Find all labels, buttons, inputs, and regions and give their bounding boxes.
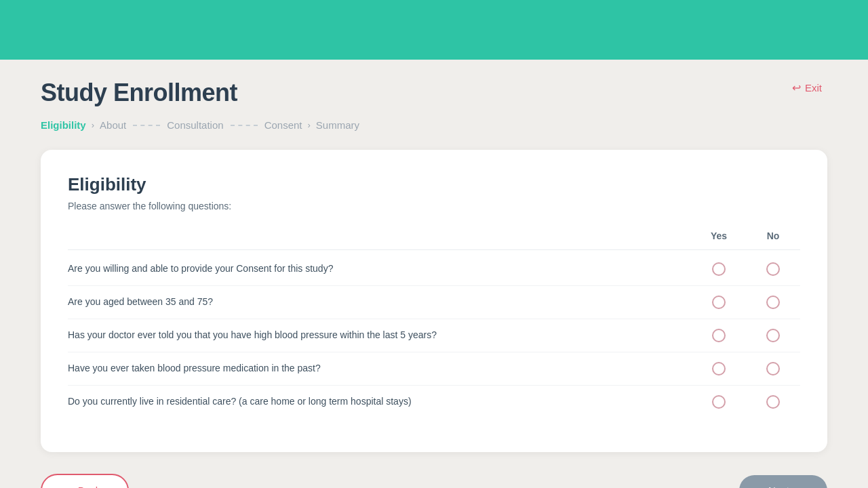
question-row: Have you ever taken blood pressure medic…: [68, 352, 800, 386]
breadcrumb-chevron-2: ›: [308, 120, 311, 130]
breadcrumb-divider-1: [133, 125, 160, 126]
radio-group-q2: [692, 296, 800, 309]
radio-cell-no: [746, 362, 800, 375]
next-button[interactable]: Next >: [739, 475, 827, 488]
radio-no-q3[interactable]: [766, 329, 780, 342]
breadcrumb-item-summary[interactable]: Summary: [316, 119, 359, 131]
radio-no-q5[interactable]: [766, 395, 780, 409]
radio-yes-q1[interactable]: [712, 262, 726, 276]
question-text: Has your doctor ever told you that you h…: [68, 329, 692, 342]
radio-cell-no: [746, 262, 800, 276]
breadcrumb-chevron-1: ›: [92, 120, 94, 130]
radio-cell-yes: [692, 395, 746, 409]
question-row: Are you willing and able to provide your…: [68, 253, 800, 286]
back-button[interactable]: < Back: [41, 474, 129, 488]
col-yes-header: Yes: [692, 230, 746, 241]
page-title: Study Enrollment: [41, 79, 237, 107]
questions-table: Yes No Are you willing and able to provi…: [68, 230, 800, 418]
breadcrumb: Eligibility › About Consultation Consent…: [41, 119, 827, 131]
radio-cell-no: [746, 296, 800, 309]
radio-group-q3: [692, 329, 800, 342]
radio-no-q1[interactable]: [766, 262, 780, 276]
main-content: Study Enrollment ↩ Exit Eligibility › Ab…: [0, 60, 868, 488]
question-text: Do you currently live in residential car…: [68, 395, 692, 409]
question-row: Are you aged between 35 and 75?: [68, 286, 800, 319]
header-row: Study Enrollment ↩ Exit: [41, 79, 827, 107]
top-banner: [0, 0, 868, 60]
radio-yes-q3[interactable]: [712, 329, 726, 342]
radio-cell-yes: [692, 262, 746, 276]
radio-yes-q2[interactable]: [712, 296, 726, 309]
exit-icon: ↩: [792, 81, 801, 94]
breadcrumb-item-about[interactable]: About: [100, 119, 126, 131]
exit-label: Exit: [805, 82, 822, 94]
radio-no-q4[interactable]: [766, 362, 780, 375]
radio-group-q4: [692, 362, 800, 375]
radio-group-q1: [692, 262, 800, 276]
radio-cell-no: [746, 395, 800, 409]
card-subtitle: Please answer the following questions:: [68, 201, 800, 211]
radio-cell-no: [746, 329, 800, 342]
radio-cell-yes: [692, 329, 746, 342]
eligibility-card: Eligibility Please answer the following …: [41, 150, 827, 452]
breadcrumb-divider-2: [231, 125, 258, 126]
col-no-header: No: [746, 230, 800, 241]
breadcrumb-item-consultation[interactable]: Consultation: [167, 119, 223, 131]
exit-button[interactable]: ↩ Exit: [787, 79, 827, 97]
radio-cell-yes: [692, 362, 746, 375]
card-title: Eligibility: [68, 174, 800, 195]
radio-yes-q4[interactable]: [712, 362, 726, 375]
question-text: Are you aged between 35 and 75?: [68, 296, 692, 309]
question-text: Have you ever taken blood pressure medic…: [68, 362, 692, 375]
breadcrumb-item-eligibility[interactable]: Eligibility: [41, 119, 86, 131]
question-row: Do you currently live in residential car…: [68, 386, 800, 418]
table-header: Yes No: [68, 230, 800, 250]
radio-cell-yes: [692, 296, 746, 309]
question-text: Are you willing and able to provide your…: [68, 262, 692, 276]
nav-buttons: < Back Next >: [41, 474, 827, 488]
radio-yes-q5[interactable]: [712, 395, 726, 409]
question-row: Has your doctor ever told you that you h…: [68, 319, 800, 352]
breadcrumb-item-consent[interactable]: Consent: [264, 119, 302, 131]
radio-group-q5: [692, 395, 800, 409]
radio-no-q2[interactable]: [766, 296, 780, 309]
